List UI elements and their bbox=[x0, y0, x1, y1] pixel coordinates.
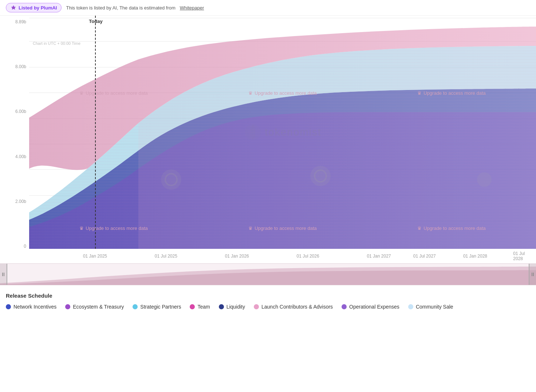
release-schedule: Release Schedule Network IncentivesEcosy… bbox=[0, 287, 536, 313]
mini-handle-right[interactable]: ⏸ bbox=[529, 264, 536, 285]
x-axis: 01 Jan 2025 01 Jul 2025 01 Jan 2026 01 J… bbox=[29, 249, 536, 263]
x-label-jul2027: 01 Jul 2027 bbox=[413, 254, 436, 259]
y-label-4: 4.00b bbox=[0, 154, 26, 159]
mini-handle-left[interactable]: ⏸ bbox=[0, 264, 7, 285]
legend-dot-7 bbox=[408, 304, 413, 309]
release-schedule-title: Release Schedule bbox=[6, 293, 530, 299]
x-label-jan2026: 01 Jan 2026 bbox=[225, 254, 249, 259]
plum-badge-label: Listed by PlumAI bbox=[19, 5, 57, 11]
y-label-0: 0 bbox=[0, 244, 26, 249]
y-label-2: 2.00b bbox=[0, 199, 26, 204]
legend-dot-3 bbox=[190, 304, 195, 309]
legend-label-2: Strategic Partners bbox=[140, 304, 181, 310]
svg-point-5 bbox=[477, 172, 492, 187]
legend-item-4: Liquidity bbox=[219, 304, 245, 310]
legend-item-1: Ecosystem & Treasury bbox=[65, 304, 124, 310]
legend-label-7: Community Sale bbox=[416, 304, 453, 310]
legend-dot-1 bbox=[65, 304, 70, 309]
mini-chart[interactable]: ⏸ ⏸ bbox=[0, 263, 536, 285]
legend-container: Network IncentivesEcosystem & TreasurySt… bbox=[6, 304, 530, 310]
y-label-top: 8.89b bbox=[0, 19, 26, 24]
plum-badge[interactable]: Listed by PlumAI bbox=[6, 3, 62, 12]
legend-item-5: Launch Contributors & Advisors bbox=[254, 304, 333, 310]
y-label-8: 8.00b bbox=[0, 64, 26, 69]
top-bar: Listed by PlumAI This token is listed by… bbox=[0, 0, 536, 16]
legend-label-1: Ecosystem & Treasury bbox=[73, 304, 124, 310]
mini-handle-left-icon: ⏸ bbox=[1, 271, 6, 277]
legend-item-3: Team bbox=[190, 304, 210, 310]
legend-label-3: Team bbox=[197, 304, 210, 310]
legend-label-6: Operational Expenses bbox=[349, 304, 399, 310]
mini-chart-svg bbox=[0, 264, 536, 285]
y-label-6: 6.00b bbox=[0, 109, 26, 114]
legend-dot-4 bbox=[219, 304, 224, 309]
legend-item-7: Community Sale bbox=[408, 304, 453, 310]
legend-dot-0 bbox=[6, 304, 11, 309]
legend-dot-2 bbox=[133, 304, 138, 309]
x-label-jan2027: 01 Jan 2027 bbox=[367, 254, 391, 259]
x-label-jan2025: 01 Jan 2025 bbox=[83, 254, 107, 259]
chart-area: 8.89b 8.00b 6.00b 4.00b 2.00b 0 bbox=[0, 16, 536, 263]
legend-item-6: Operational Expenses bbox=[342, 304, 399, 310]
legend-label-4: Liquidity bbox=[226, 304, 245, 310]
x-label-jul2028: 01 Jul 2028 bbox=[513, 251, 528, 261]
x-label-jul2026: 01 Jul 2026 bbox=[297, 254, 319, 259]
legend-label-0: Network Incentives bbox=[13, 304, 56, 310]
chart-container: 8.89b 8.00b 6.00b 4.00b 2.00b 0 bbox=[0, 16, 536, 285]
legend-label-5: Launch Contributors & Advisors bbox=[261, 304, 333, 310]
x-label-jul2025: 01 Jul 2025 bbox=[155, 254, 177, 259]
legend-dot-5 bbox=[254, 304, 259, 309]
y-axis: 8.89b 8.00b 6.00b 4.00b 2.00b 0 bbox=[0, 16, 29, 249]
legend-dot-6 bbox=[342, 304, 347, 309]
svg-point-3 bbox=[310, 166, 331, 186]
chart-svg bbox=[29, 16, 536, 249]
legend-item-0: Network Incentives bbox=[6, 304, 56, 310]
x-label-jan2028: 01 Jan 2028 bbox=[463, 254, 487, 259]
legend-item-2: Strategic Partners bbox=[133, 304, 181, 310]
mini-handle-right-icon: ⏸ bbox=[530, 271, 535, 277]
today-label: Today bbox=[89, 19, 102, 24]
plum-icon bbox=[11, 5, 16, 11]
top-bar-description: This token is listed by AI, The data is … bbox=[66, 5, 175, 11]
svg-point-1 bbox=[161, 169, 181, 190]
chart-inner: Chart in UTC + 00:00 Time bbox=[29, 16, 536, 249]
today-line: Today bbox=[95, 16, 96, 249]
whitepaper-link[interactable]: Whitepaper bbox=[180, 5, 204, 11]
